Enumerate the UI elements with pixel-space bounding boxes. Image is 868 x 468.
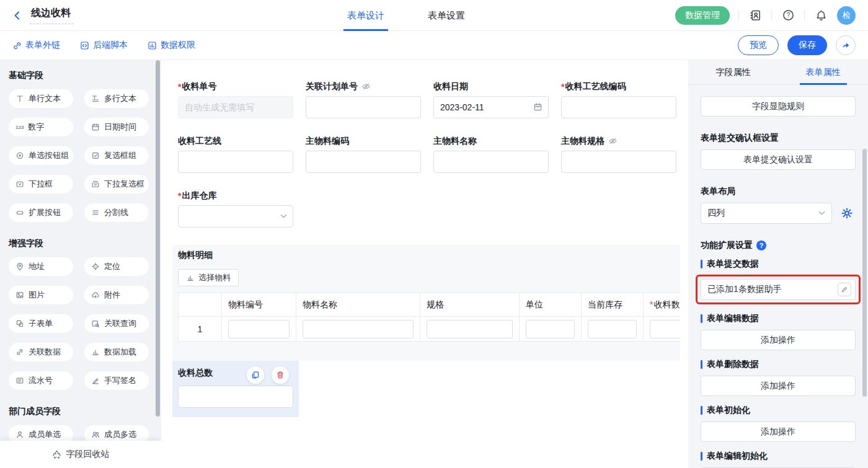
add-action-button-delete-data[interactable]: 添加操作 [701, 376, 856, 396]
sidebar-item-subform[interactable]: 子表单 [9, 314, 73, 333]
multi-select-icon [91, 180, 100, 188]
sidebar-item-attachment[interactable]: 附件 [84, 286, 149, 304]
plan-no-input[interactable] [306, 96, 421, 118]
notification-bell-icon[interactable] [813, 8, 828, 23]
group-form-init: 表单初始化 [701, 405, 856, 416]
delete-field-button[interactable] [272, 366, 289, 384]
data-assistant-entry[interactable]: 已添加1条数据助手 [701, 279, 856, 300]
sidebar-item-related-query[interactable]: 关联查询 [84, 314, 149, 333]
sidebar-item-image[interactable]: 图片 [9, 286, 73, 304]
data-manage-button[interactable]: 数据管理 [675, 6, 730, 25]
sidebar-item-datetime[interactable]: 日期时间 [84, 118, 149, 136]
field-process-line-code[interactable]: *收料工艺线编码 [561, 81, 676, 118]
sidebar-scrollbar[interactable] [156, 60, 160, 417]
sidebar-item-position[interactable]: 定位 [84, 257, 149, 276]
group-edit-init: 表单编辑初始化 [701, 451, 856, 462]
field-warehouse[interactable]: *出库仓库 [178, 190, 293, 227]
sidebar-item-select[interactable]: 下拉框 [9, 175, 73, 193]
panel-tabs: 字段属性 表单属性 [688, 60, 868, 85]
share-button[interactable] [836, 35, 856, 55]
sidebar-item-multi-line-text[interactable]: 多行文本 [84, 89, 149, 108]
field-receipt-no[interactable]: *收料单号 [178, 81, 293, 118]
sidebar-item-extend-button[interactable]: 扩展按钮 [9, 203, 73, 222]
add-action-button-form-init[interactable]: 添加操作 [701, 422, 856, 442]
subtable: 物料编号 物料名称 规格 单位 当前库存 *收料数 1 [178, 293, 680, 342]
add-action-button-edit-data[interactable]: 添加操作 [701, 330, 856, 350]
field-plan-no[interactable]: 关联计划单号 [306, 81, 421, 118]
external-link-button[interactable]: 表单外链 [12, 40, 60, 51]
material-spec-input[interactable] [561, 151, 676, 173]
material-detail-subform[interactable]: 物料明细 选择物料 物料编号 物料名称 规格 单位 当前库存 [172, 245, 680, 361]
copy-field-button[interactable] [247, 366, 264, 384]
process-line-code-input[interactable] [561, 96, 676, 118]
receipt-no-input [178, 96, 293, 118]
field-recycle-bin[interactable]: 字段回收站 [0, 441, 161, 468]
form-title[interactable]: 线边收料 [30, 7, 73, 24]
sidebar-item-address[interactable]: 地址 [9, 257, 73, 276]
subtable-col-material-code: 物料编号 [222, 293, 296, 317]
panel-scrollbar[interactable] [862, 149, 867, 397]
submit-confirm-settings-button[interactable]: 表单提交确认设置 [701, 149, 856, 170]
layout-select[interactable]: 四列 [701, 203, 832, 224]
subtable-title: 物料明细 [178, 250, 680, 261]
sidebar-item-divider[interactable]: 分割线 [84, 203, 149, 222]
subtable-cell-input[interactable] [526, 320, 575, 338]
share-arrow-icon [841, 40, 851, 50]
backend-script-button[interactable]: 后端脚本 [80, 40, 128, 51]
process-line-input[interactable] [178, 151, 293, 173]
warehouse-select[interactable] [178, 205, 293, 227]
sidebar-item-signature[interactable]: 手写签名 [84, 371, 149, 390]
save-button[interactable]: 保存 [787, 35, 827, 55]
multi-line-text-icon [91, 94, 100, 103]
subtable-cell-input[interactable] [303, 320, 414, 338]
sidebar-item-related-data[interactable]: 关联数据 [9, 343, 73, 361]
sidebar-item-data-load[interactable]: 数据加载 [84, 343, 149, 361]
preview-button[interactable]: 预览 [738, 35, 779, 55]
sidebar-item-single-line-text[interactable]: 单行文本 [9, 89, 73, 108]
tab-form-settings[interactable]: 表单设置 [428, 0, 465, 31]
user-avatar[interactable]: 检 [837, 6, 856, 25]
field-process-line[interactable]: 收料工艺线 [178, 136, 293, 173]
sidebar-item-serial-number[interactable]: 流水号 [9, 371, 73, 390]
sidebar-item-number[interactable]: 123数字 [9, 118, 73, 136]
field-receipt-date[interactable]: 收料日期 7 [433, 81, 549, 118]
material-code-input[interactable] [306, 151, 421, 173]
form-row-3: *出库仓库 [178, 190, 688, 227]
data-permission-button[interactable]: 数据权限 [148, 40, 195, 51]
receipt-date-input[interactable] [433, 96, 549, 118]
form-row-1: *收料单号 关联计划单号 收料日期 7 *收料 [178, 81, 688, 118]
material-name-input[interactable] [433, 151, 549, 173]
tab-field-properties[interactable]: 字段属性 [688, 60, 778, 84]
help-icon[interactable]: ? [781, 8, 795, 23]
divider [738, 11, 739, 20]
header-tabs: 表单设计 表单设置 [347, 0, 465, 31]
help-filled-icon[interactable]: ? [756, 241, 766, 250]
select-material-button[interactable]: 选择物料 [178, 269, 239, 286]
field-material-name[interactable]: 主物料名称 [433, 136, 549, 173]
field-material-code[interactable]: 主物料编码 [306, 136, 421, 173]
sidebar-item-checkbox-group[interactable]: 复选框组 [84, 146, 149, 165]
form-toolbar: 表单外链 后端脚本 数据权限 预览 保存 [0, 31, 868, 60]
layout-settings-button[interactable] [841, 207, 853, 219]
field-material-spec[interactable]: 主物料规格 [561, 136, 676, 173]
selected-field-total[interactable]: 收料总数 [172, 361, 299, 417]
tab-form-design[interactable]: 表单设计 [347, 0, 384, 31]
top-header: 线边收料 表单设计 表单设置 数据管理 ? 检 [0, 0, 868, 31]
form-design-canvas: *收料单号 关联计划单号 收料日期 7 *收料 [161, 60, 688, 468]
back-button[interactable] [12, 11, 22, 20]
subform-icon [16, 319, 24, 328]
accent-bar [701, 452, 702, 461]
edit-assistant-button[interactable] [838, 283, 851, 296]
subtable-cell-input[interactable] [650, 320, 680, 338]
subtable-cell-input[interactable] [588, 320, 637, 338]
sidebar-item-radio-group[interactable]: 单选按钮组 [9, 146, 73, 165]
subtable-cell-input[interactable] [427, 320, 513, 338]
field-visibility-rules-button[interactable]: 字段显隐规则 [701, 96, 856, 117]
contact-book-icon[interactable] [748, 8, 763, 23]
total-input[interactable] [178, 386, 293, 408]
divider [771, 11, 772, 20]
subtable-cell-input[interactable] [228, 320, 290, 338]
eye-off-icon [361, 82, 371, 91]
tab-form-properties[interactable]: 表单属性 [778, 60, 868, 84]
sidebar-item-multi-select[interactable]: 下拉复选框 [84, 175, 149, 193]
